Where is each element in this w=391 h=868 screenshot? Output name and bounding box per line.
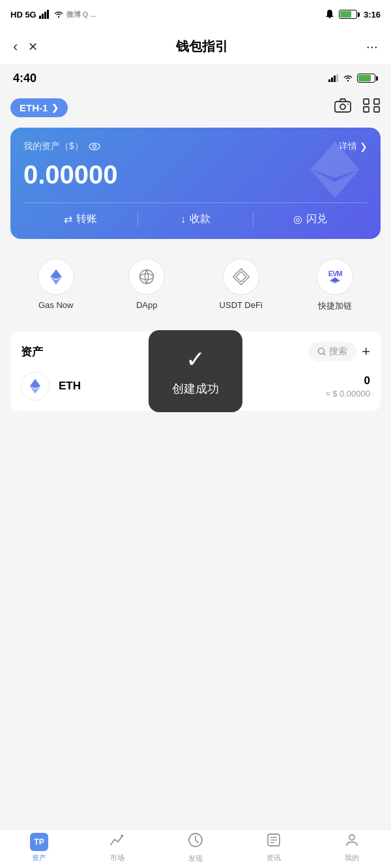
svg-rect-12: [364, 99, 369, 104]
evm-chain-icon: EVM: [317, 259, 353, 295]
usdt-defi-button[interactable]: USDT DeFi: [220, 259, 263, 312]
back-button[interactable]: ‹: [13, 38, 18, 55]
wifi-icon: [53, 10, 64, 18]
scan-icon[interactable]: [362, 98, 381, 117]
svg-marker-18: [311, 141, 360, 177]
eth-action-icons: [334, 98, 381, 117]
asset-card: 我的资产（$） 详情 ❯ 0.00000: [10, 128, 381, 239]
app-icons: 微博 Q ...: [66, 10, 96, 20]
add-asset-button[interactable]: +: [362, 343, 370, 360]
evm-chain-label: 快捷加链: [318, 300, 352, 312]
svg-point-22: [140, 270, 154, 284]
nav-item-market[interactable]: 市场: [78, 833, 156, 863]
svg-rect-8: [336, 74, 338, 82]
more-button[interactable]: ···: [366, 38, 378, 55]
eth-usd: ≈ $ 0.00000: [325, 389, 370, 399]
transfer-label: 转账: [76, 212, 97, 226]
svg-rect-7: [334, 76, 336, 82]
battery-icon: [339, 10, 360, 19]
nav-bar: ‹ ✕ 钱包指引 ···: [0, 29, 391, 65]
svg-rect-2: [44, 12, 46, 19]
eth-badge-label: ETH-1: [20, 102, 48, 113]
inner-screen: 4:40 ETH-1: [0, 65, 391, 829]
status-network: HD 5G: [10, 10, 36, 20]
svg-point-23: [140, 274, 154, 280]
nav-market-icon: [109, 833, 125, 851]
signal-icon: [39, 10, 51, 19]
transfer-button[interactable]: ⇄ 转账: [23, 212, 138, 226]
status-left: HD 5G 微博 Q ...: [10, 10, 96, 20]
search-box[interactable]: 搜索: [308, 342, 356, 361]
camera-icon[interactable]: [334, 98, 352, 117]
nav-item-profile[interactable]: 我的: [313, 833, 391, 863]
close-button[interactable]: ✕: [28, 40, 38, 54]
bottom-nav: TP 资产 市场 发现 资讯: [0, 829, 391, 868]
nav-item-assets[interactable]: TP 资产: [0, 833, 78, 863]
dapp-button[interactable]: DApp: [128, 259, 165, 312]
evm-chain-button[interactable]: EVM 快捷加链: [317, 259, 353, 312]
svg-rect-6: [331, 77, 333, 82]
nav-discover-label: 发现: [188, 854, 203, 863]
nav-left-buttons: ‹ ✕: [13, 38, 38, 55]
svg-point-11: [347, 104, 349, 105]
svg-point-16: [89, 143, 100, 150]
svg-rect-14: [364, 107, 369, 112]
page-title: 钱包指引: [176, 38, 228, 55]
nav-assets-label: 资产: [32, 853, 46, 863]
nav-item-discover[interactable]: 发现: [156, 832, 235, 863]
gas-now-button[interactable]: Gas Now: [38, 259, 74, 312]
receive-button[interactable]: ↓ 收款: [138, 212, 252, 226]
gas-now-icon: [38, 259, 74, 295]
swap-button[interactable]: ◎ 闪兑: [253, 212, 368, 226]
eth-network-badge[interactable]: ETH-1 ❯: [10, 98, 68, 117]
main-content: ETH-1 ❯: [0, 91, 391, 417]
svg-rect-5: [328, 79, 330, 82]
asset-label: 我的资产（$）: [23, 141, 100, 152]
inner-signal-icon: [328, 74, 339, 82]
eth-icon: [21, 372, 50, 400]
eth-badge-arrow-icon: ❯: [51, 103, 59, 113]
svg-marker-29: [30, 379, 40, 389]
nav-discover-icon: [188, 832, 203, 852]
success-message: 创建成功: [172, 381, 219, 397]
inner-time: 4:40: [13, 72, 36, 85]
svg-rect-3: [47, 10, 49, 19]
svg-rect-9: [335, 102, 351, 112]
svg-rect-4: [328, 17, 330, 18]
eye-icon[interactable]: [89, 143, 100, 150]
nav-news-label: 资讯: [267, 853, 281, 863]
quick-grid: Gas Now DApp: [10, 252, 381, 318]
svg-point-36: [349, 835, 355, 840]
dapp-label: DApp: [136, 300, 158, 310]
svg-rect-13: [374, 99, 379, 104]
nav-assets-icon: TP: [30, 833, 48, 851]
eth-watermark: [302, 137, 368, 214]
eth-selector-row: ETH-1 ❯: [10, 98, 381, 117]
inner-wifi-icon: [343, 74, 353, 82]
svg-rect-15: [374, 107, 379, 112]
receive-label: 收款: [190, 212, 210, 226]
inner-status-bar: 4:40: [0, 65, 391, 91]
nav-market-label: 市场: [110, 853, 124, 863]
success-toast: ✓ 创建成功: [149, 330, 242, 412]
assets-search-row: 搜索 +: [308, 342, 370, 361]
gas-now-label: Gas Now: [38, 300, 73, 310]
search-icon: [317, 347, 326, 356]
dapp-icon: [128, 259, 165, 295]
svg-rect-1: [42, 14, 44, 19]
svg-marker-26: [330, 277, 340, 283]
svg-marker-25: [236, 272, 246, 282]
status-time: 3:16: [364, 10, 381, 20]
inner-battery-icon: [357, 74, 378, 83]
bell-icon: [325, 10, 335, 19]
swap-icon: ◎: [293, 213, 302, 225]
usdt-defi-icon: [223, 259, 259, 295]
nav-profile-icon: [345, 833, 359, 851]
nav-item-news[interactable]: 资讯: [235, 833, 313, 863]
svg-point-17: [93, 145, 96, 148]
status-right: 3:16: [325, 10, 381, 20]
assets-section: 资产 搜索 +: [10, 331, 381, 411]
search-placeholder: 搜索: [329, 346, 347, 357]
transfer-icon: ⇄: [64, 213, 72, 225]
eth-balance: 0 ≈ $ 0.00000: [325, 374, 370, 399]
